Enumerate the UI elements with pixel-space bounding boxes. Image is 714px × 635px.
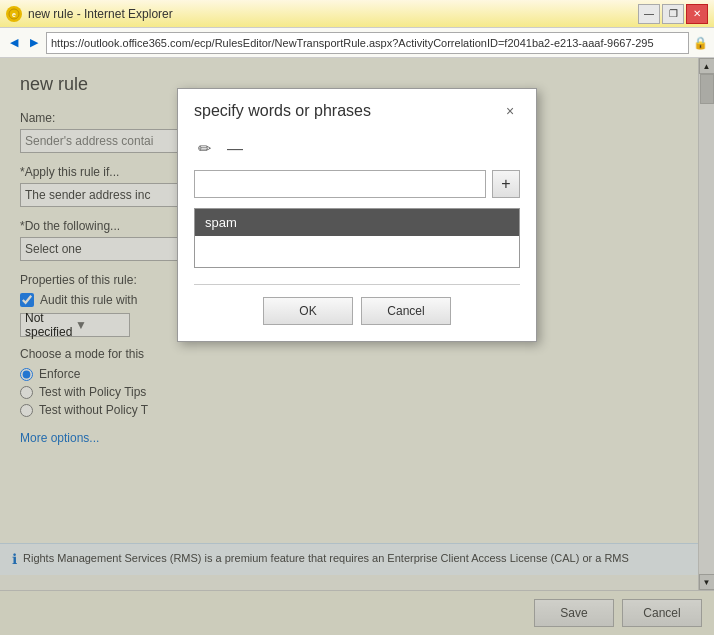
list-item[interactable]: spam — [195, 209, 519, 236]
close-button[interactable]: ✕ — [686, 4, 708, 24]
modal-body: ✏ — + spam OK Cancel — [178, 129, 536, 341]
pencil-button[interactable]: ✏ — [194, 137, 215, 160]
modal-overlay: specify words or phrases × ✏ — + spam — [0, 58, 714, 635]
minus-icon: — — [227, 140, 243, 157]
modal-title: specify words or phrases — [194, 102, 371, 120]
window-controls: — ❐ ✕ — [638, 4, 708, 24]
lock-icon: 🔒 — [693, 36, 708, 50]
browser-forward-icon: ▶ — [26, 35, 42, 51]
add-word-button[interactable]: + — [492, 170, 520, 198]
pencil-icon: ✏ — [198, 140, 211, 157]
modal-header: specify words or phrases × — [178, 89, 536, 129]
modal-close-button[interactable]: × — [500, 101, 520, 121]
svg-text:e: e — [12, 11, 16, 18]
modal-footer: OK Cancel — [194, 297, 520, 325]
modal-ok-button[interactable]: OK — [263, 297, 353, 325]
window-title: new rule - Internet Explorer — [28, 7, 173, 21]
address-input[interactable] — [46, 32, 689, 54]
restore-button[interactable]: ❐ — [662, 4, 684, 24]
minimize-button[interactable]: — — [638, 4, 660, 24]
address-bar: ◀ ▶ 🔒 — [0, 28, 714, 58]
ie-icon: e — [6, 6, 22, 22]
modal-cancel-button[interactable]: Cancel — [361, 297, 451, 325]
plus-icon: + — [501, 175, 510, 193]
browser-back-icon: ◀ — [6, 35, 22, 51]
modal-toolbar: ✏ — — [194, 137, 520, 160]
modal-dialog: specify words or phrases × ✏ — + spam — [177, 88, 537, 342]
modal-list: spam — [194, 208, 520, 268]
word-phrase-input[interactable] — [194, 170, 486, 198]
modal-divider — [194, 284, 520, 285]
minus-button[interactable]: — — [223, 137, 247, 160]
modal-input-row: + — [194, 170, 520, 198]
title-bar-left: e new rule - Internet Explorer — [6, 6, 173, 22]
title-bar: e new rule - Internet Explorer — ❐ ✕ — [0, 0, 714, 28]
